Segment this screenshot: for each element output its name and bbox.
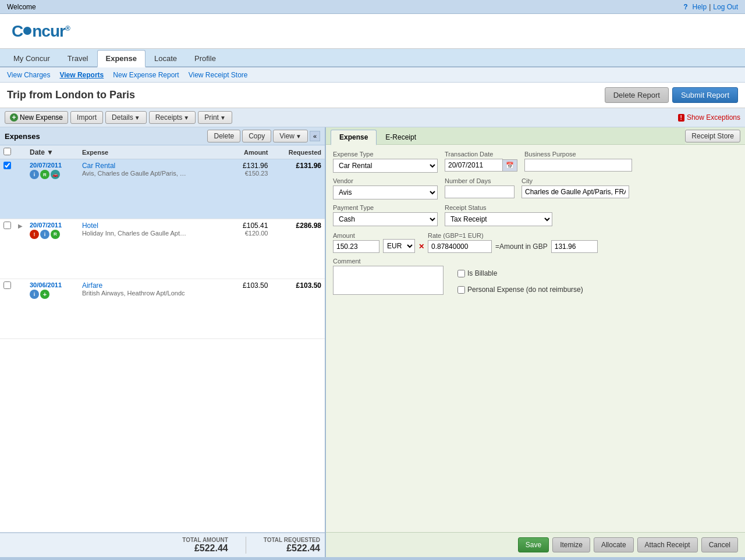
expense-type-select[interactable]: Car Rental — [333, 159, 438, 173]
cancel-button[interactable]: Cancel — [701, 537, 738, 552]
is-billable-checkbox[interactable] — [457, 270, 465, 277]
checkboxes-area: Is Billable Personal Expense (do not rei… — [457, 258, 583, 297]
receipt-status-select[interactable]: Tax Receipt — [445, 212, 552, 226]
th-date: Date ▼ — [26, 145, 79, 159]
row-expand-cell: ▶ — [15, 219, 26, 279]
total-amount-label: TOTAL AMOUNT — [182, 537, 228, 543]
save-button[interactable]: Save — [518, 537, 549, 552]
rate-label: Rate (GBP=1 EUR) — [428, 232, 492, 239]
info-icon[interactable]: i — [30, 170, 39, 179]
row-checkbox[interactable] — [3, 281, 11, 289]
receipt-icon[interactable]: R — [40, 170, 49, 179]
page-header: Trip from London to Paris Delete Report … — [0, 83, 745, 108]
city-label: City — [522, 177, 629, 184]
itemize-button[interactable]: Itemize — [552, 537, 590, 552]
subnav-view-charges[interactable]: View Charges — [7, 71, 50, 79]
print-button[interactable]: Print ▼ — [198, 111, 232, 124]
table-row[interactable]: ▶ 20/07/2011 ! i R Hotel Holiday Inn, Ch… — [0, 219, 325, 279]
receipts-button[interactable]: Receipts ▼ — [149, 111, 196, 124]
th-expense: Expense — [79, 145, 228, 159]
expenses-panel: Expenses Delete Copy View ▼ « Date ▼ — [0, 127, 326, 557]
number-of-days-field: Number of Days — [445, 177, 515, 199]
total-requested-block: TOTAL REQUESTED £522.44 — [264, 537, 320, 554]
personal-expense-checkbox[interactable] — [457, 286, 465, 294]
subnav-new-expense-report[interactable]: New Expense Report — [113, 71, 179, 79]
receipt-icon[interactable]: R — [51, 230, 60, 239]
plus-icon[interactable]: + — [40, 290, 49, 299]
help-link[interactable]: Help — [692, 3, 707, 11]
logout-link[interactable]: Log Out — [713, 3, 738, 11]
table-row[interactable]: 30/06/2011 i + Airfare British Airways, … — [0, 279, 325, 338]
amount-gbp-input[interactable] — [551, 240, 598, 253]
nav-expense[interactable]: Expense — [97, 50, 146, 67]
row-checkbox[interactable] — [3, 162, 11, 169]
expense-date[interactable]: 30/06/2011 — [30, 281, 75, 288]
amount-input[interactable] — [333, 240, 379, 253]
view-button[interactable]: View ▼ — [273, 130, 308, 142]
expenses-title: Expenses — [5, 132, 40, 141]
new-expense-button[interactable]: + New Expense — [5, 111, 68, 124]
subnav-view-receipt-store[interactable]: View Receipt Store — [189, 71, 248, 79]
row-requested-cell: £131.96 — [271, 159, 325, 219]
expense-name[interactable]: Hotel — [82, 222, 225, 230]
submit-report-button[interactable]: Submit Report — [672, 87, 738, 103]
expense-name[interactable]: Airfare — [82, 281, 225, 290]
calendar-icon[interactable]: 📅 — [503, 159, 517, 172]
tab-expense[interactable]: Expense — [331, 130, 377, 145]
number-of-days-input[interactable] — [445, 186, 515, 198]
warning-icon[interactable]: ! — [30, 230, 39, 239]
separator: | — [709, 3, 711, 11]
expand-icon[interactable]: ▶ — [18, 223, 23, 229]
receipt-store-button[interactable]: Receipt Store — [685, 130, 740, 142]
car-icon[interactable]: 🚗 — [51, 170, 60, 179]
logo[interactable]: Cncur® — [12, 22, 70, 41]
copy-button[interactable]: Copy — [242, 130, 271, 142]
currency-select[interactable]: EUR GBP USD — [383, 239, 415, 253]
expense-date[interactable]: 20/07/2011 — [30, 222, 75, 229]
rate-input[interactable] — [428, 240, 492, 253]
subnav-view-reports[interactable]: View Reports — [59, 71, 104, 79]
info-icon[interactable]: i — [40, 230, 49, 239]
icon-row: i + — [30, 290, 75, 299]
table-row[interactable]: 20/07/2011 i R 🚗 Car Rental Avis, Charle… — [0, 159, 325, 219]
nav-profile[interactable]: Profile — [186, 50, 225, 66]
tab-ereceipt[interactable]: E-Receipt — [377, 130, 425, 144]
total-requested-label: TOTAL REQUESTED — [264, 537, 320, 543]
expense-date[interactable]: 20/07/2011 — [30, 162, 75, 169]
row-expand-cell — [15, 159, 26, 219]
detail-tabs: Expense E-Receipt — [326, 127, 685, 144]
info-icon[interactable]: i — [30, 290, 39, 299]
expense-type-field: Expense Type Car Rental — [333, 151, 438, 173]
expense-name[interactable]: Car Rental — [82, 162, 225, 170]
vendor-field: Vendor Avis — [333, 177, 438, 199]
header-buttons: Delete Report Submit Report — [605, 87, 738, 103]
allocate-button[interactable]: Allocate — [594, 537, 634, 552]
row-expense-cell: Airfare British Airways, Heathrow Apt/Lo… — [79, 279, 228, 338]
expense-requested: £103.50 — [275, 281, 321, 290]
nav-locate[interactable]: Locate — [146, 50, 186, 66]
business-purpose-field: Business Purpose — [524, 151, 632, 173]
view-arrow-icon: ▼ — [296, 133, 301, 140]
transaction-date-input[interactable] — [445, 159, 503, 172]
delete-button[interactable]: Delete — [207, 130, 240, 142]
details-button[interactable]: Details ▼ — [105, 111, 147, 124]
nav-travel[interactable]: Travel — [59, 50, 97, 66]
collapse-button[interactable]: « — [310, 131, 320, 141]
vendor-select[interactable]: Avis — [333, 186, 438, 199]
expense-amount-primary: £105.41 — [232, 222, 268, 230]
import-button[interactable]: Import — [70, 111, 103, 124]
main-content: Expenses Delete Copy View ▼ « Date ▼ — [0, 127, 745, 557]
expense-type-label: Expense Type — [333, 151, 438, 158]
select-all-checkbox[interactable] — [3, 148, 11, 155]
show-exceptions-button[interactable]: ! Show Exceptions — [678, 113, 740, 122]
business-purpose-input[interactable] — [524, 159, 632, 172]
nav-my-concur[interactable]: My Concur — [5, 50, 59, 66]
city-input[interactable] — [522, 186, 629, 198]
row-checkbox[interactable] — [3, 222, 11, 229]
payment-type-select[interactable]: Cash — [333, 212, 438, 226]
comment-textarea[interactable] — [333, 266, 444, 295]
delete-report-button[interactable]: Delete Report — [605, 87, 669, 103]
comment-field-wrapper: Comment — [333, 258, 444, 295]
details-arrow-icon: ▼ — [134, 115, 140, 121]
attach-receipt-button[interactable]: Attach Receipt — [637, 537, 698, 552]
